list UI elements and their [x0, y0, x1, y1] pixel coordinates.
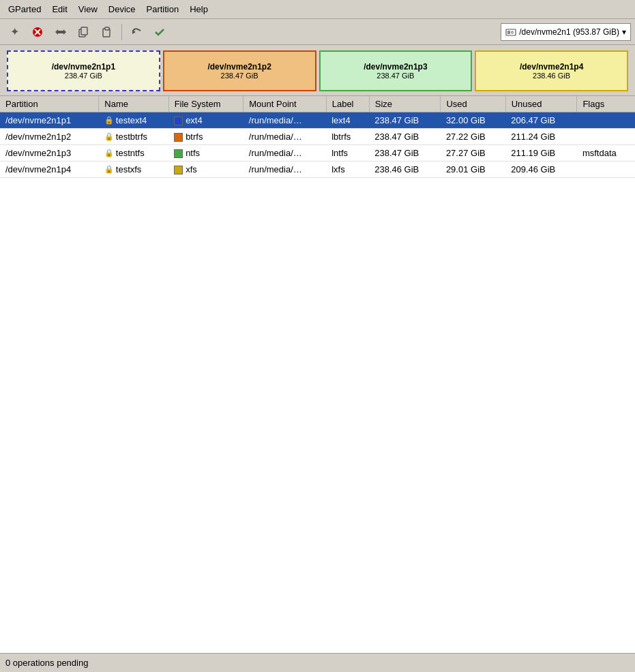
cell-mountpoint: /run/media/…	[243, 129, 326, 145]
cell-used: 27.22 GiB	[441, 129, 505, 145]
svg-rect-7	[81, 27, 87, 35]
new-partition-button[interactable]: ✦	[4, 22, 25, 42]
svg-marker-4	[55, 29, 58, 35]
disk-block-p1[interactable]: /dev/nvme2n1p1 238.47 GiB	[7, 50, 160, 91]
menubar: GParted Edit View Device Partition Help	[0, 0, 635, 19]
col-size: Size	[369, 96, 441, 112]
menu-device[interactable]: Device	[104, 3, 140, 16]
cell-name: 🔒testext4	[99, 112, 168, 129]
disk-block-p4-size: 238.46 GiB	[533, 72, 570, 80]
cell-partition: /dev/nvme2n1p3	[0, 145, 99, 162]
undo-button[interactable]	[126, 22, 147, 42]
cell-size: 238.47 GiB	[369, 145, 441, 162]
cell-partition: /dev/nvme2n1p1	[0, 112, 99, 129]
menu-gparted[interactable]: GParted	[4, 3, 45, 16]
cell-partition: /dev/nvme2n1p4	[0, 162, 99, 178]
delete-partition-button[interactable]	[27, 22, 48, 42]
cell-filesystem: ext4	[168, 112, 243, 129]
disk-block-p4[interactable]: /dev/nvme2n1p4 238.46 GiB	[475, 50, 628, 91]
disk-block-p3-name: /dev/nvme2n1p3	[364, 62, 427, 72]
cell-name: 🔒testntfs	[99, 145, 168, 162]
cell-flags	[577, 129, 635, 145]
menu-help[interactable]: Help	[186, 3, 212, 16]
copy-button[interactable]	[74, 22, 94, 42]
disk-block-p1-size: 238.47 GiB	[65, 72, 102, 80]
cell-unused: 209.46 GiB	[505, 162, 577, 178]
col-unused: Unused	[505, 96, 577, 112]
table-row[interactable]: /dev/nvme2n1p1🔒testext4ext4/run/media/…l…	[0, 112, 635, 129]
cell-size: 238.47 GiB	[369, 129, 441, 145]
cell-size: 238.46 GiB	[369, 162, 441, 178]
paste-button[interactable]	[97, 22, 117, 42]
fs-color-swatch	[174, 149, 183, 158]
cell-label: lext4	[326, 112, 369, 129]
menu-partition[interactable]: Partition	[143, 3, 183, 16]
lock-icon: 🔒	[104, 165, 114, 174]
col-label: Label	[326, 96, 369, 112]
resize-move-button[interactable]	[50, 22, 71, 42]
cell-mountpoint: /run/media/…	[243, 112, 326, 129]
col-partition: Partition	[0, 96, 99, 112]
cell-used: 29.01 GiB	[441, 162, 505, 178]
col-used: Used	[441, 96, 505, 112]
cell-partition: /dev/nvme2n1p2	[0, 129, 99, 145]
disk-block-p2-size: 238.47 GiB	[221, 72, 259, 80]
disk-block-p3-size: 238.47 GiB	[376, 72, 414, 80]
fs-color-swatch	[174, 166, 183, 174]
table-row[interactable]: /dev/nvme2n1p3🔒testntfsntfs/run/media/…l…	[0, 145, 635, 162]
disk-block-p1-name: /dev/nvme2n1p1	[52, 62, 115, 72]
fs-color-swatch	[174, 133, 183, 142]
fs-color-swatch	[174, 117, 183, 125]
lock-icon: 🔒	[104, 116, 114, 125]
cell-filesystem: btrfs	[168, 129, 243, 145]
cell-filesystem: xfs	[168, 162, 243, 178]
lock-icon: 🔒	[104, 149, 114, 157]
table-row[interactable]: /dev/nvme2n1p2🔒testbtrfsbtrfs/run/media/…	[0, 129, 635, 145]
svg-rect-9	[105, 27, 109, 30]
col-flags: Flags	[577, 96, 635, 112]
lock-icon: 🔒	[104, 132, 114, 141]
svg-point-13	[512, 31, 514, 33]
col-filesystem: File System	[168, 96, 243, 112]
status-text: 0 operations pending	[5, 658, 88, 668]
cell-name: 🔒testxfs	[99, 162, 168, 178]
cell-used: 27.27 GiB	[441, 145, 505, 162]
cell-unused: 211.24 GiB	[505, 129, 577, 145]
cell-flags: msftdata	[577, 145, 635, 162]
cell-flags	[577, 112, 635, 129]
disk-block-p4-name: /dev/nvme2n1p4	[520, 62, 583, 72]
cell-size: 238.47 GiB	[369, 112, 441, 129]
disk-block-p3[interactable]: /dev/nvme2n1p3 238.47 GiB	[319, 50, 473, 91]
table-row[interactable]: /dev/nvme2n1p4🔒testxfsxfs/run/media/…lxf…	[0, 162, 635, 178]
apply-button[interactable]	[149, 22, 170, 42]
disk-visual: /dev/nvme2n1p1 238.47 GiB /dev/nvme2n1p2…	[0, 45, 635, 96]
cell-mountpoint: /run/media/…	[243, 162, 326, 178]
cell-label: lbtrfs	[326, 129, 369, 145]
cell-unused: 211.19 GiB	[505, 145, 577, 162]
toolbar: ✦ /dev/nvme2n1 (953.87 GiB) ▾	[0, 19, 635, 45]
menu-view[interactable]: View	[74, 3, 102, 16]
partition-table-container: Partition Name File System Mount Point L…	[0, 96, 635, 653]
cell-filesystem: ntfs	[168, 145, 243, 162]
disk-block-p2[interactable]: /dev/nvme2n1p2 238.47 GiB	[163, 50, 316, 91]
svg-marker-5	[63, 29, 66, 35]
cell-flags	[577, 162, 635, 178]
cell-mountpoint: /run/media/…	[243, 145, 326, 162]
svg-rect-12	[507, 31, 510, 34]
device-selector[interactable]: /dev/nvme2n1 (953.87 GiB) ▾	[501, 23, 631, 41]
device-selector-label: /dev/nvme2n1 (953.87 GiB)	[519, 27, 619, 37]
col-mountpoint: Mount Point	[243, 96, 326, 112]
cell-label: lxfs	[326, 162, 369, 178]
cell-unused: 206.47 GiB	[505, 112, 577, 129]
col-name: Name	[99, 96, 168, 112]
partition-table: Partition Name File System Mount Point L…	[0, 96, 635, 178]
cell-label: lntfs	[326, 145, 369, 162]
cell-used: 32.00 GiB	[441, 112, 505, 129]
disk-block-p2-name: /dev/nvme2n1p2	[207, 62, 271, 72]
toolbar-separator-1	[121, 24, 122, 40]
chevron-down-icon: ▾	[622, 27, 626, 37]
menu-edit[interactable]: Edit	[48, 3, 71, 16]
table-header-row: Partition Name File System Mount Point L…	[0, 96, 635, 112]
cell-name: 🔒testbtrfs	[99, 129, 168, 145]
statusbar: 0 operations pending	[0, 653, 635, 672]
